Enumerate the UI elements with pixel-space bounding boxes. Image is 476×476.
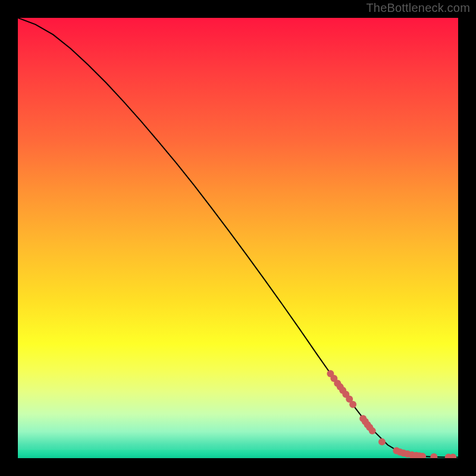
plot-area bbox=[18, 18, 458, 458]
curve-line bbox=[18, 18, 458, 458]
chart-overlay bbox=[18, 18, 458, 458]
watermark-text: TheBottleneck.com bbox=[366, 1, 470, 15]
marker-dot bbox=[378, 439, 386, 446]
marker-dot bbox=[430, 453, 437, 458]
marker-dot bbox=[349, 401, 356, 408]
marker-dots bbox=[327, 370, 456, 458]
marker-dot bbox=[369, 427, 376, 434]
